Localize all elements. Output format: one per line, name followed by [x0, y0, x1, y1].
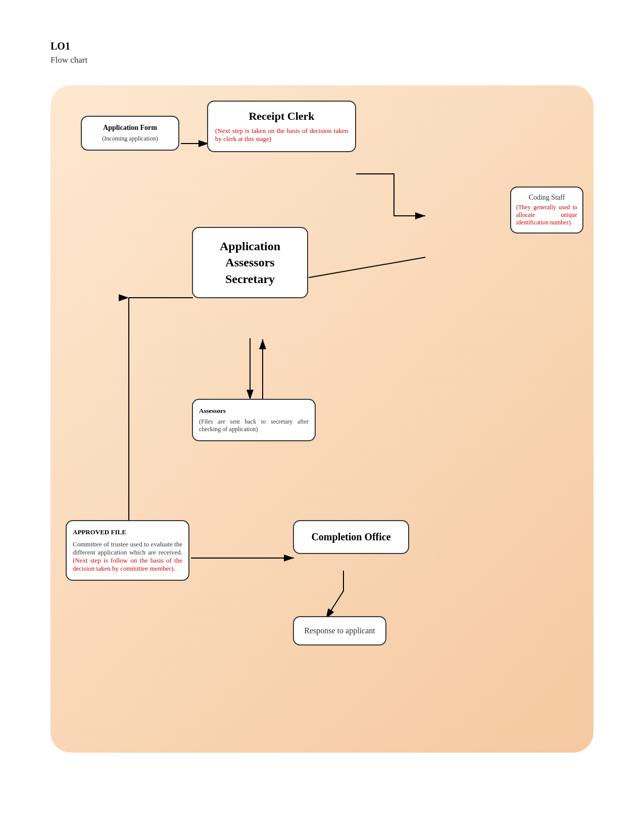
approved-file-subtitle: Committee of trustee used to evaluate th…	[73, 540, 182, 573]
assessors-subtitle: (Files are sent back to secretary after …	[199, 418, 309, 433]
app-assessors-title: Application Assessors Secretary	[200, 238, 300, 287]
coding-staff-subtitle: (They generally used to allocate unique …	[516, 204, 577, 226]
receipt-clerk-subtitle: (Next step is taken on the basis of deci…	[215, 127, 348, 143]
response-box: Response to applicant	[293, 616, 386, 645]
application-form-subtitle: (Incoming application)	[88, 135, 172, 143]
completion-office-title: Completion Office	[301, 531, 401, 543]
page-title: LO1	[51, 40, 593, 52]
receipt-clerk-box: Receipt Clerk (Next step is taken on the…	[207, 101, 356, 152]
approved-file-red-text: (Next step is follow on the basis of the…	[73, 557, 182, 572]
assessors-title: Assessors	[199, 407, 309, 415]
response-title: Response to applicant	[300, 626, 379, 635]
application-form-title: Application Form	[88, 124, 172, 132]
approved-file-box: APPROVED FILE Committee of trustee used …	[66, 520, 189, 581]
receipt-clerk-title: Receipt Clerk	[215, 110, 348, 123]
assessors-box: Assessors (Files are sent back to secret…	[192, 399, 316, 441]
flowchart-container: Application Form (Incoming application) …	[51, 85, 593, 753]
coding-staff-title: Coding Staff	[516, 194, 577, 202]
completion-office-box: Completion Office	[293, 520, 409, 554]
svg-line-3	[309, 257, 425, 277]
arrows-svg	[51, 85, 593, 753]
page-subtitle: Flow chart	[51, 55, 593, 65]
coding-staff-box: Coding Staff (They generally used to all…	[510, 187, 583, 234]
application-form-box: Application Form (Incoming application)	[81, 116, 179, 151]
approved-file-title: APPROVED FILE	[73, 528, 182, 536]
app-assessors-box: Application Assessors Secretary	[192, 227, 308, 298]
